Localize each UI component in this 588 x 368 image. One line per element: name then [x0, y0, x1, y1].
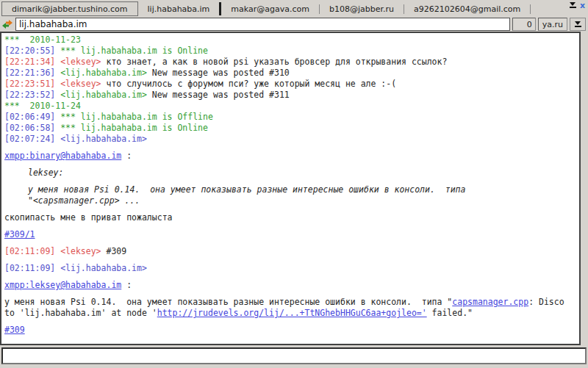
chat-text: у меня новая Psi 0.14. она умеет показыв…: [4, 297, 452, 307]
tab-separator: [530, 4, 531, 14]
chat-text: *** lij.habahaba.im is Offline: [55, 112, 213, 122]
chat-text: *** 2010-11-24: [4, 101, 81, 111]
chat-text: New message was posted #311: [147, 90, 290, 100]
chat-line: *** 2010-11-23: [4, 35, 576, 46]
tab-item-gmail[interactable]: a9262102604@gmail.com: [404, 1, 530, 16]
chat-text: [02:06:49]: [4, 112, 55, 122]
tabbar-buttons: x: [567, 1, 588, 16]
chat-text: failed.": [427, 308, 473, 318]
chat-text: leksey:: [28, 167, 63, 178]
chat-text: [22:21:34] <leksey>: [4, 57, 101, 67]
chat-log[interactable]: *** 2010-11-23[22:20:55] *** lij.habahab…: [0, 32, 581, 345]
dropdown-underline: [575, 26, 581, 27]
unread-counter: 0: [512, 18, 536, 31]
chat-link[interactable]: xmpp:binary@habahaba.im: [4, 151, 121, 161]
chat-link[interactable]: capsmanager.cpp: [452, 297, 528, 307]
chat-text: [02:07:24] <lij.habahaba.im>: [4, 134, 147, 144]
tab-bar: dimarik@jabber.tushino.com lij.habahaba.…: [0, 0, 588, 16]
chat-line: [02:11:09] <leksey> #309: [4, 246, 576, 257]
close-tab-icon[interactable]: x: [580, 2, 585, 10]
chat-line: xmpp:leksey@habahaba.im :: [4, 280, 576, 291]
chat-text: New message was posted #310: [147, 68, 290, 78]
message-input[interactable]: [1, 347, 587, 364]
tab-item-lij-habahaba[interactable]: lij.habahaba.im: [138, 1, 220, 16]
chat-line: [22:23:52] <lij.habahaba.im> New message…: [4, 90, 576, 101]
chat-text: [22:23:51] <leksey>: [4, 79, 101, 89]
address-dropdown-inner: [575, 21, 581, 27]
chat-line: [22:21:34] <leksey> кто знает, а как в н…: [4, 57, 576, 68]
chat-text: <lij.habahaba.im>: [55, 90, 147, 100]
composer-area: [0, 345, 588, 364]
chat-line: [22:21:36] <lij.habahaba.im> New message…: [4, 68, 576, 79]
chat-line: [02:06:58] *** lij.habahaba.im is Online: [4, 123, 576, 134]
chat-text: [22:23:52]: [4, 90, 55, 100]
chat-text: скопипасть мне в приват пожалыста: [4, 212, 172, 223]
chat-line: xmpp:binary@habahaba.im :: [4, 151, 576, 162]
chat-text: [02:11:09] <lij.habahaba.im>: [4, 263, 147, 273]
chat-text: #309: [101, 246, 127, 256]
chat-line: *** 2010-11-24: [4, 101, 576, 112]
address-bar: 0 ya.ru: [0, 16, 588, 32]
chat-line: [22:23:51] <leksey> что случилось с фору…: [4, 79, 576, 90]
chat-line: #309: [4, 325, 576, 336]
chat-text: [02:11:09] <leksey>: [4, 246, 101, 256]
tabs-overflow-button[interactable]: [570, 2, 576, 8]
chat-line: [02:07:24] <lij.habahaba.im>: [4, 134, 576, 145]
chat-text: [22:21:36]: [4, 68, 55, 78]
chat-link[interactable]: #309/1: [4, 229, 35, 239]
dropdown-underline: [570, 7, 576, 8]
chat-line: #309/1: [4, 229, 576, 240]
tab-item-dimarik[interactable]: dimarik@jabber.tushino.com: [1, 1, 138, 16]
tab-item-makar[interactable]: makar@agava.com: [221, 1, 319, 16]
chat-line: скопипасть мне в приват пожалыста: [4, 212, 576, 223]
address-input[interactable]: [15, 18, 510, 31]
chat-link[interactable]: http://jrudevels.org/lij/...+TtNGhebHHGu…: [157, 308, 427, 318]
chat-link[interactable]: xmpp:leksey@habahaba.im: [4, 280, 121, 290]
chat-text: :: [121, 151, 132, 161]
address-dropdown-button[interactable]: [570, 18, 586, 31]
chat-line: leksey:: [4, 167, 576, 178]
chat-line: [02:06:49] *** lij.habahaba.im is Offlin…: [4, 112, 576, 123]
chat-text: *** lij.habahaba.im is Online: [55, 123, 208, 133]
chat-text: "<capsmanager.cpp> ...: [28, 195, 140, 206]
dropdown-triangle-icon: [570, 2, 576, 6]
dropdown-triangle-icon: [575, 21, 581, 25]
chat-text: :: [121, 280, 132, 290]
chat-text: что случилось с форумом пси? уже который…: [101, 79, 397, 89]
chat-text: <lij.habahaba.im>: [55, 68, 147, 78]
chat-link[interactable]: #309: [4, 325, 25, 335]
chat-text: *** 2010-11-23: [4, 35, 81, 45]
chat-line: [22:20:55] *** lij.habahaba.im is Online: [4, 46, 576, 57]
tab-item-b108[interactable]: b108@jabber.ru: [320, 1, 404, 16]
jabber-arrows-icon: [1, 19, 13, 29]
quicklink-button[interactable]: ya.ru: [538, 18, 567, 31]
chat-line: [02:11:09] <lij.habahaba.im>: [4, 263, 576, 274]
chat-text: кто знает, а как в новой psi указать бро…: [101, 57, 448, 67]
chat-text: [22:20:55]: [4, 46, 55, 56]
chat-text: [02:06:58]: [4, 123, 55, 133]
chat-text: у меня новая Psi 0.14. она умеет показыв…: [28, 184, 465, 195]
chat-line: "<capsmanager.cpp> ...: [4, 195, 576, 206]
chat-line: у меня новая Psi 0.14. она умеет показыв…: [4, 297, 576, 319]
chat-line: у меня новая Psi 0.14. она умеет показыв…: [4, 184, 576, 195]
chat-text: *** lij.habahaba.im is Online: [55, 46, 208, 56]
